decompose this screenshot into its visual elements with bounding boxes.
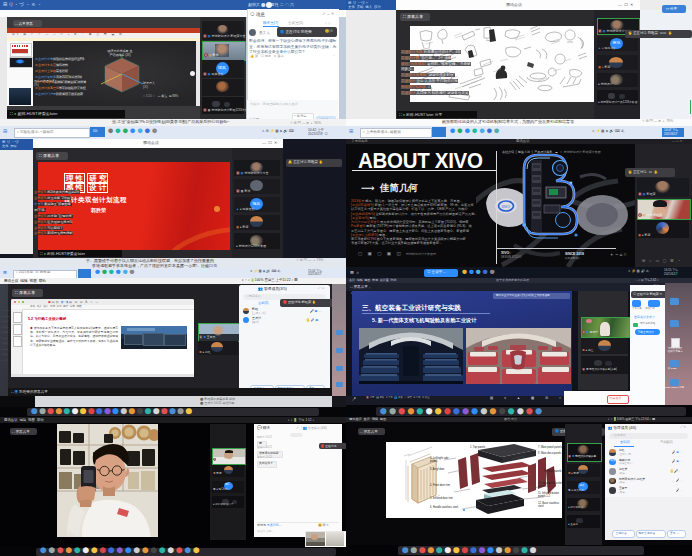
svg-text:7. Main panel panels: 7. Main panel panels	[538, 445, 562, 449]
svg-text:1. Top panels: 1. Top panels	[470, 445, 486, 449]
svg-text:8. Main deco panels: 8. Main deco panels	[538, 451, 562, 455]
svg-text:XIVO: XIVO	[502, 205, 511, 209]
svg-text:5. Infrared door trim: 5. Infrared door trim	[430, 496, 453, 500]
svg-text:9. Focal panels: 9. Focal panels	[544, 469, 562, 473]
svg-text:steel: steel	[538, 504, 544, 508]
svg-text:4. Front door trim: 4. Front door trim	[430, 483, 450, 487]
svg-text:3. Acryl door: 3. Acryl door	[430, 467, 445, 471]
svg-text:panels 1.2: panels 1.2	[538, 484, 551, 488]
svg-text:panels: panels	[430, 459, 438, 463]
svg-text:6. Handle stainless steel: 6. Handle stainless steel	[430, 505, 459, 509]
svg-text:panels 1.2: panels 1.2	[538, 494, 551, 498]
